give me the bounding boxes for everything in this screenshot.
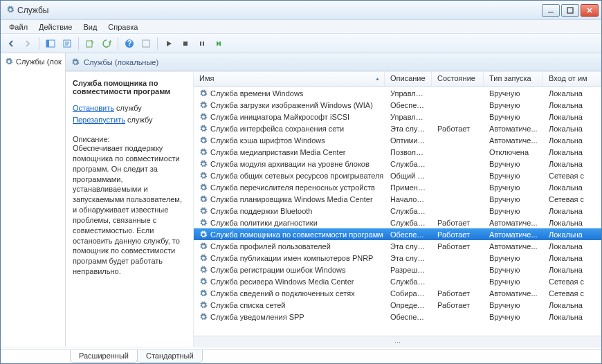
- cell-desc: Обеспечи...: [385, 101, 432, 109]
- tab-standard[interactable]: Стандартный: [137, 350, 203, 363]
- description-label: Описание:: [73, 135, 186, 143]
- cell-desc: Эта служб...: [385, 242, 432, 251]
- cell-name: Служба инициатора Майкрософт iSCSI: [194, 113, 385, 121]
- cell-start: Вручную: [484, 254, 543, 262]
- pause-service-button[interactable]: [194, 36, 210, 51]
- service-row[interactable]: Служба публикации имен компьютеров PNRPЭ…: [194, 252, 601, 264]
- cell-logon: Локальна: [543, 148, 601, 156]
- col-state[interactable]: Состояние: [432, 72, 484, 87]
- col-startup[interactable]: Тип запуска: [484, 72, 543, 87]
- svg-rect-11: [219, 42, 221, 46]
- menu-help[interactable]: Справка: [102, 21, 143, 33]
- cell-desc: Позволяет...: [385, 148, 432, 156]
- service-row[interactable]: Служба ресивера Windows Media CenterСлуж…: [194, 275, 601, 287]
- svg-rect-8: [183, 42, 188, 46]
- selected-service-name: Служба помощника по совместимости програ…: [73, 79, 186, 95]
- service-row[interactable]: Служба времени WindowsУправляет...Вручну…: [194, 87, 601, 99]
- col-logon[interactable]: Вход от им: [543, 72, 601, 87]
- cell-start: Вручную: [484, 172, 543, 180]
- console-tree: Службы (лок: [1, 53, 66, 347]
- service-row[interactable]: Служба уведомления SPPОбеспече...Вручную…: [194, 311, 601, 322]
- properties-button[interactable]: [60, 36, 75, 51]
- cell-logon: Локальна: [543, 183, 601, 192]
- back-button[interactable]: [3, 36, 19, 51]
- cell-start: Вручную: [484, 301, 543, 309]
- cell-logon: Локальна: [543, 266, 601, 274]
- cell-desc: Служба W...: [385, 277, 432, 286]
- cell-name: Служба политики диагностики: [194, 219, 385, 227]
- cell-start: Автоматиче...: [484, 230, 543, 239]
- cell-desc: Служба п...: [385, 219, 432, 227]
- forward-button[interactable]: [20, 36, 35, 51]
- service-row[interactable]: Служба сведений о подключенных сетяхСоби…: [194, 287, 601, 299]
- cell-name: Служба помощника по совместимости програ…: [194, 230, 385, 239]
- cell-start: Вручную: [484, 277, 543, 286]
- cell-start: Вручную: [484, 266, 543, 274]
- horizontal-scrollbar[interactable]: ···: [194, 336, 601, 347]
- service-row[interactable]: Служба инициатора Майкрософт iSCSIУправл…: [194, 111, 601, 122]
- cell-logon: Локальна: [543, 301, 601, 309]
- toolbar: ?: [1, 34, 601, 53]
- tab-extended[interactable]: Расширенный: [70, 350, 138, 363]
- restart-service-button[interactable]: [211, 36, 226, 51]
- service-row[interactable]: Служба помощника по совместимости програ…: [194, 228, 601, 240]
- menu-file[interactable]: Файл: [3, 21, 33, 33]
- service-row[interactable]: Служба планировщика Windows Media Center…: [194, 193, 601, 205]
- col-name[interactable]: Имя: [194, 72, 385, 87]
- show-hide-tree-button[interactable]: [43, 36, 58, 51]
- service-row[interactable]: Служба профилей пользователейЭта служб..…: [194, 240, 601, 252]
- service-row[interactable]: Служба общих сетевых ресурсов проигрыват…: [194, 170, 601, 181]
- cell-desc: Эта служб...: [385, 254, 432, 262]
- menu-bar: Файл Действие Вид Справка: [1, 20, 601, 34]
- start-service-button[interactable]: [161, 36, 176, 51]
- help-button[interactable]: ?: [122, 36, 137, 51]
- detail-panel: Служба помощника по совместимости програ…: [66, 72, 194, 347]
- close-button[interactable]: [581, 4, 599, 17]
- description-text: Обеспечивает поддержку помощника по совм…: [73, 143, 186, 277]
- service-row[interactable]: Служба перечислителя переносных устройст…: [194, 181, 601, 193]
- service-row[interactable]: Служба загрузки изображений Windows (WIA…: [194, 99, 601, 111]
- pane-header-title: Службы (локальные): [84, 58, 158, 66]
- cell-name: Служба времени Windows: [194, 89, 385, 98]
- menu-action[interactable]: Действие: [33, 21, 77, 33]
- cell-name: Служба модуля архивации на уровне блоков: [194, 160, 385, 168]
- export-button[interactable]: [82, 36, 98, 51]
- cell-start: Вручную: [484, 183, 543, 192]
- service-row[interactable]: Служба политики диагностикиСлужба п...Ра…: [194, 217, 601, 228]
- service-row[interactable]: Служба кэша шрифтов WindowsОптимизи...Ав…: [194, 134, 601, 146]
- minimize-button[interactable]: [542, 4, 560, 17]
- stop-suffix: службу: [114, 104, 142, 112]
- service-row[interactable]: Служба интерфейса сохранения сетиЭта слу…: [194, 122, 601, 134]
- menu-view[interactable]: Вид: [77, 21, 102, 33]
- cell-start: Вручную: [484, 89, 543, 98]
- window-title: Службы: [17, 6, 542, 15]
- toolbar-extra-button[interactable]: [138, 36, 154, 51]
- col-description[interactable]: Описание: [385, 72, 432, 87]
- service-row[interactable]: Служба модуля архивации на уровне блоков…: [194, 158, 601, 170]
- cell-desc: Служба Bl...: [385, 207, 432, 215]
- cell-name: Служба кэша шрифтов Windows: [194, 136, 385, 145]
- cell-logon: Локальна: [543, 207, 601, 215]
- tree-item-services[interactable]: Службы (лок: [3, 56, 62, 67]
- cell-name: Служба сведений о подключенных сетях: [194, 289, 385, 298]
- cell-start: Вручную: [484, 195, 543, 203]
- service-row[interactable]: Служба медиаприставки Media CenterПозвол…: [194, 146, 601, 158]
- cell-logon: Локальна: [543, 113, 601, 121]
- refresh-button[interactable]: [99, 36, 114, 51]
- service-row[interactable]: Служба поддержки BluetoothСлужба Bl...Вр…: [194, 205, 601, 217]
- cell-state: Работает: [432, 219, 484, 227]
- cell-start: Вручную: [484, 101, 543, 109]
- service-row[interactable]: Служба регистрации ошибок WindowsРазреша…: [194, 264, 601, 275]
- stop-service-button[interactable]: [178, 36, 193, 51]
- stop-link[interactable]: Остановить: [73, 104, 114, 112]
- cell-name: Служба профилей пользователей: [194, 242, 385, 251]
- cell-start: Вручную: [484, 207, 543, 215]
- svg-rect-7: [143, 40, 149, 47]
- cell-start: Вручную: [484, 160, 543, 168]
- service-row[interactable]: Служба списка сетейОпределя...РаботаетВр…: [194, 299, 601, 311]
- cell-desc: Служба W...: [385, 160, 432, 168]
- maximize-button[interactable]: [561, 4, 579, 17]
- cell-desc: Применяе...: [385, 183, 432, 192]
- cell-name: Служба загрузки изображений Windows (WIA…: [194, 101, 385, 109]
- restart-link[interactable]: Перезапустить: [73, 116, 125, 124]
